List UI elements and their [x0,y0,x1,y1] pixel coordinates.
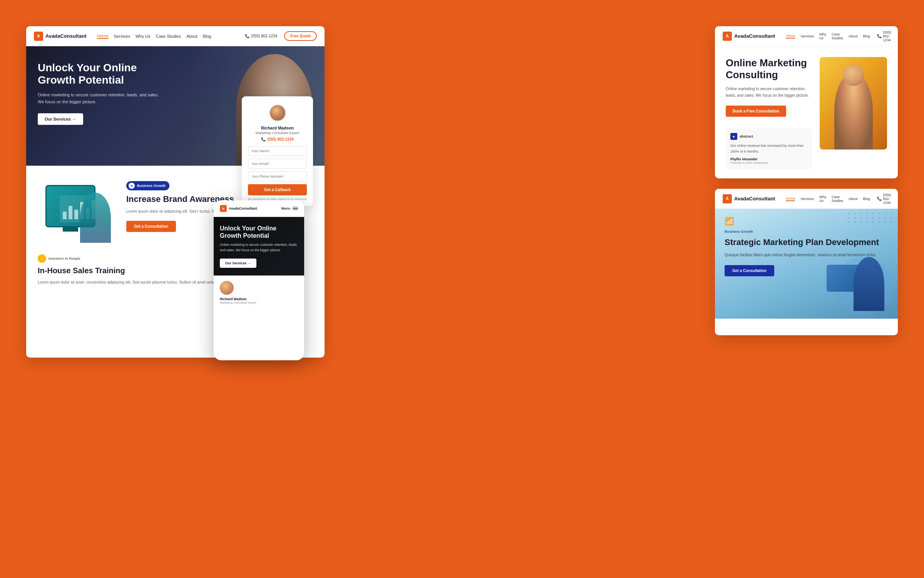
email-input[interactable] [248,159,307,169]
bottom-badge-label: Investors In People [49,257,80,260]
callback-phone-icon: 📞 [261,137,266,141]
tr-left: Online Marketing Consulting Online marke… [726,57,812,169]
tr-quote: Our online revenue has increased by more… [730,143,807,154]
tr-logo-icon: A [723,32,732,41]
brand-name: AvadaConsultant [45,33,86,39]
illus-person [80,193,111,243]
br-nav-phone: 📞 (555) 802-1234 [877,193,891,205]
mobile-consultant-role: Marketing Consultant Expert [220,301,298,304]
mobile-menu-label: Menu [281,207,291,210]
tr-nav-why-us[interactable]: Why Us [819,32,826,40]
br-nav-about[interactable]: About [849,197,858,201]
logo-icon: A [34,32,43,41]
br-icon: 📶 [725,217,888,226]
br-nav: A AvadaConsultant Home Services Why Us C… [715,189,898,209]
hamburger-line-1 [293,207,298,208]
br-logo-icon: A [723,194,732,203]
nav-logo[interactable]: A AvadaConsultant [34,32,86,41]
br-nav-case-studies[interactable]: Case Studies [832,195,843,203]
badge-label: Business Growth [137,184,166,188]
book-consultation-button[interactable]: Book a Free Consultation [726,106,786,117]
tr-nav: A AvadaConsultant Home Services Why Us C… [715,26,898,46]
bottom-badge: I Investors In People [38,254,80,263]
br-phone-number: (555) 802-1234 [883,193,891,205]
badge-icon: N [129,183,135,189]
hamburger-icon [293,207,298,210]
tr-nav-services[interactable]: Services [800,34,814,38]
services-badge: N Business Growth [126,181,169,190]
dot [890,213,892,215]
dot [890,217,892,219]
br-nav-items: Home Services Why Us Case Studies About … [786,195,870,203]
consultant-role: Marketing Consultant Expert [248,131,307,135]
name-input[interactable] [248,146,307,156]
mobile-consultant-name: Richard Madsen [220,297,298,301]
nav-about[interactable]: About [186,34,198,39]
consultant-name: Richard Madsen [248,126,307,130]
callback-phone: 📞 (555) 802-1234 [248,137,307,141]
phone-icon: 📞 [245,34,249,38]
br-nav-logo[interactable]: A AvadaConsultant [723,194,775,203]
tr-company-logo: ■ abstract [730,133,807,140]
services-illustration [38,181,115,243]
phone-number: (555) 802-1234 [251,34,277,38]
tr-author: Phyllis Alexander [730,157,807,161]
tr-nav-logo[interactable]: A AvadaConsultant [723,32,775,41]
tr-testimonial: ■ abstract Our online revenue has increa… [726,128,812,169]
dot [854,213,856,215]
dot [872,213,874,215]
mobile-logo: A AvadaConsultant [220,205,257,212]
callback-phone-number: (555) 802-1234 [267,137,293,141]
mobile-our-services-button[interactable]: Our Services → [220,259,256,268]
bar-2 [69,206,72,219]
free-quote-button[interactable]: Free Quote [284,31,317,41]
bar-1 [63,212,67,219]
br-nav-home[interactable]: Home [786,197,795,201]
tr-right [820,57,887,169]
nav-home[interactable]: Home [97,34,108,39]
services-cta-button[interactable]: Get a Consultation [126,221,176,232]
callback-submit-button[interactable]: Get a Callback [248,184,307,195]
top-right-card: A AvadaConsultant Home Services Why Us C… [715,26,898,178]
nav-blog[interactable]: Blog [203,34,211,39]
dot [884,213,886,215]
mobile-menu-button[interactable]: Menu [281,207,298,210]
mobile-hero: Unlock Your Online Growth Potential Onli… [214,217,304,276]
bottom-right-card: A AvadaConsultant Home Services Why Us C… [715,189,898,335]
tr-nav-case-studies[interactable]: Case Studies [832,32,843,40]
illustration-box [38,181,111,243]
mobile-callback: Richard Madsen Marketing Consultant Expe… [214,276,304,310]
nav-services[interactable]: Services [114,34,130,39]
tr-company-name: abstract [740,134,753,138]
tr-nav-items: Home Services Why Us Case Studies About … [786,32,870,40]
tr-nav-about[interactable]: About [849,34,858,38]
mobile-logo-icon: A [220,205,227,212]
our-services-button[interactable]: Our Services → [38,113,83,125]
tr-nav-home[interactable]: Home [786,34,795,39]
mobile-hero-desc: Online marketing to secure customer rete… [220,242,298,253]
tr-nav-blog[interactable]: Blog [863,34,870,38]
bar-3 [74,210,78,219]
nav-why-us[interactable]: Why Us [136,34,151,39]
mobile-card: A AvadaConsultant Menu Unlock Your Onlin… [214,200,304,360]
br-nav-services[interactable]: Services [800,197,814,201]
hero-section: Unlock Your Online Growth Potential Onli… [26,46,325,166]
hamburger-line-2 [293,208,298,209]
callback-card: Richard Madsen Marketing Consultant Expe… [242,96,313,206]
tr-phone-icon: 📞 [877,34,882,38]
tr-author-role: Founder & CEO of Abstract [730,161,807,165]
dot [860,213,862,215]
nav-case-studies[interactable]: Case Studies [156,34,181,39]
br-cta-button[interactable]: Get a Consultation [725,265,774,276]
dot [878,213,880,215]
consultant-avatar [269,104,286,122]
br-nav-why-us[interactable]: Why Us [819,195,826,203]
br-hero: 📶 Business Growth Strategic Marketing Pl… [715,209,898,319]
phone-input[interactable] [248,171,307,181]
br-nav-blog[interactable]: Blog [863,197,870,201]
dot [866,213,868,215]
nav-phone: 📞 (555) 802-1234 [245,34,277,38]
mobile-consultant-avatar [220,281,234,295]
nav-items: Home Services Why Us Case Studies About … [97,34,238,39]
tr-phone-number: (555) 802-1234 [883,30,891,42]
